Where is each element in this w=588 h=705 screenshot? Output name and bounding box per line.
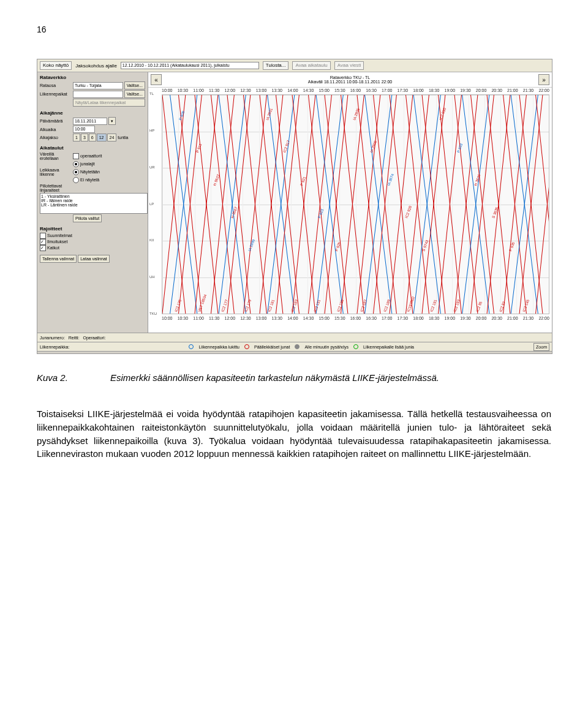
body-paragraph: Toistaiseksi LIIKE-järjestelmää ei voida… <box>37 407 551 461</box>
ilmoitukset-label: Ilmoitukset <box>47 239 67 244</box>
rataosa-input[interactable]: Turku - Toijala <box>73 82 123 89</box>
period-label: Jaksokohdus ajalle <box>75 63 117 69</box>
train-graph[interactable]: IC2 175VET 18504IC2 177IC2 179IC2 181IC2… <box>162 94 549 314</box>
rataosa-label: Rataosa <box>40 83 72 88</box>
info-row: Junanumero: Reitti: Operaattori: <box>37 333 552 342</box>
junanumero-label: Junanumero: <box>40 336 65 340</box>
time-tick: 10:00 <box>162 88 173 92</box>
aikajakso-option-6[interactable]: 6 <box>89 134 96 141</box>
aikajakso-option-12[interactable]: 12 <box>97 134 107 141</box>
caption-text: Esimerkki säännöllisen kapasiteetin tark… <box>110 372 551 383</box>
time-tick: 20:00 <box>476 316 487 320</box>
aikajakso-label: Aikajakso <box>40 135 72 140</box>
legend-dot-1 <box>189 344 194 349</box>
main-area: Rataverkko Rataosa Turku - Toijala Valit… <box>37 72 552 333</box>
time-tick: 13:00 <box>256 88 267 92</box>
page-number: 16 <box>37 25 551 34</box>
liikennepaikat-label: Liikennepaikat <box>40 92 72 96</box>
time-tick: 14:00 <box>287 88 298 92</box>
valitse-button-2[interactable]: Valitse... <box>124 90 145 98</box>
hdr-rataverkko-label: Rataverkko <box>330 75 352 80</box>
aikataulut-title: Aikataulut <box>40 145 145 151</box>
aikajakso-option-24[interactable]: 24 <box>107 134 117 141</box>
rataverkko-title: Rataverkko <box>40 75 145 80</box>
top-toolbar: Koko näyttö Jaksokohdus ajalle 12.12.201… <box>37 59 552 72</box>
piilota-button[interactable]: Piilota valitut <box>73 214 102 222</box>
ei-nayteta-radio[interactable] <box>73 177 79 183</box>
period-value: 12.12.2010 - 10.12.2011 (Aikataulukausi … <box>121 62 259 69</box>
time-tick: 11:00 <box>193 88 204 92</box>
leikkaava-label: Leikkaava liikenne <box>40 168 72 176</box>
tallenna-button[interactable]: Tallenna valinnat <box>40 255 77 263</box>
scroll-right-button[interactable]: » <box>538 74 549 85</box>
tab-aikataulut[interactable]: Aikataulut <box>40 353 71 355</box>
time-tick: 17:00 <box>382 316 393 320</box>
time-tick: 22:00 <box>538 88 549 92</box>
tab-graafinen[interactable]: Graafinen aikataulu <box>75 353 124 355</box>
time-tick: 21:30 <box>523 88 534 92</box>
ei-nayteta-label: Ei näytetä <box>80 178 99 182</box>
time-tick: 20:30 <box>491 316 502 320</box>
time-tick: 18:00 <box>413 316 424 320</box>
time-tick: 17:00 <box>382 88 393 92</box>
time-tick: 17:30 <box>398 88 409 92</box>
operaattorit-checkbox[interactable] <box>73 153 79 159</box>
aikajakso-option-3[interactable]: 3 <box>81 134 88 141</box>
valitse-button-1[interactable]: Valitse... <box>124 81 145 89</box>
svg-line-62 <box>536 95 549 314</box>
katkot-checkbox[interactable] <box>40 245 46 251</box>
station-label: LP <box>149 202 154 206</box>
alkuaika-input[interactable]: 10:00 <box>73 126 95 133</box>
full-screen-button[interactable]: Koko näyttö <box>40 61 72 70</box>
liikennepaikat-input[interactable] <box>73 91 123 98</box>
lataa-button[interactable]: Lataa valinnat <box>78 255 110 263</box>
hdr-aikavali-label: Aikaväli <box>308 80 323 84</box>
station-label: UH <box>149 275 155 279</box>
time-tick: 15:00 <box>318 316 330 320</box>
pillote-listbox[interactable]: 1 - Yksirattinen IR - Itäinen raide LR -… <box>40 193 148 214</box>
time-tick: 13:30 <box>271 316 282 320</box>
time-tick: 15:00 <box>318 88 330 92</box>
reitti-label: Reitti: <box>69 336 80 340</box>
liikennepaikka-info: Liikennepaikka: <box>40 345 69 349</box>
station-label: HP <box>149 129 154 132</box>
scroll-left-button[interactable]: « <box>151 74 162 85</box>
junalajit-radio[interactable] <box>73 161 79 167</box>
tuntia-label: tuntia <box>118 135 128 140</box>
ilmoitukset-checkbox[interactable] <box>40 239 46 245</box>
paivamaara-input[interactable]: 18.11.2011 <box>73 118 107 125</box>
suunnitelmat-label: Suunnitelmat <box>47 233 72 238</box>
time-tick: 12:30 <box>240 316 251 320</box>
time-tick: 19:00 <box>445 316 456 320</box>
time-tick: 16:30 <box>366 88 377 92</box>
print-button[interactable]: Tulosta... <box>263 61 289 70</box>
station-label: UR <box>149 165 155 169</box>
time-tick: 11:30 <box>209 88 220 92</box>
aikajakso-option-1[interactable]: 1 <box>73 134 80 141</box>
calendar-icon[interactable]: ▾ <box>108 117 116 125</box>
time-tick: 14:30 <box>303 88 314 92</box>
legend3: Alle minuutin pysähdys <box>304 345 349 349</box>
time-tick: 12:00 <box>225 316 236 320</box>
time-tick: 17:30 <box>398 316 409 320</box>
time-tick: 16:30 <box>366 316 377 320</box>
time-tick: 14:00 <box>287 316 298 320</box>
zoom-button[interactable]: Zoom <box>533 343 549 351</box>
time-tick: 16:00 <box>350 316 361 320</box>
figure-caption: Kuva 2. Esimerkki säännöllisen kapasitee… <box>37 372 551 383</box>
legend-dot-2 <box>244 344 249 349</box>
katkot-label: Katkot <box>47 246 59 250</box>
rajoitteet-title: Rajoitteet <box>40 226 145 232</box>
tab-raiteisto[interactable]: Raiteistonkäyttökaavio <box>127 353 183 355</box>
time-tick: 15:30 <box>334 88 345 92</box>
naytetaan-radio[interactable] <box>73 169 79 175</box>
suunnitelmat-checkbox[interactable] <box>40 233 46 239</box>
time-tick: 18:30 <box>429 316 440 320</box>
time-tick: 19:30 <box>460 88 471 92</box>
open-message-button: Avaa viesti <box>334 61 364 70</box>
operaattori-label: Operaattori: <box>83 336 105 340</box>
time-tick: 20:30 <box>491 88 502 92</box>
aikajanne-title: Aikajänne <box>40 110 145 116</box>
time-tick: 13:00 <box>256 316 267 320</box>
left-panel: Rataverkko Rataosa Turku - Toijala Valit… <box>37 72 148 333</box>
